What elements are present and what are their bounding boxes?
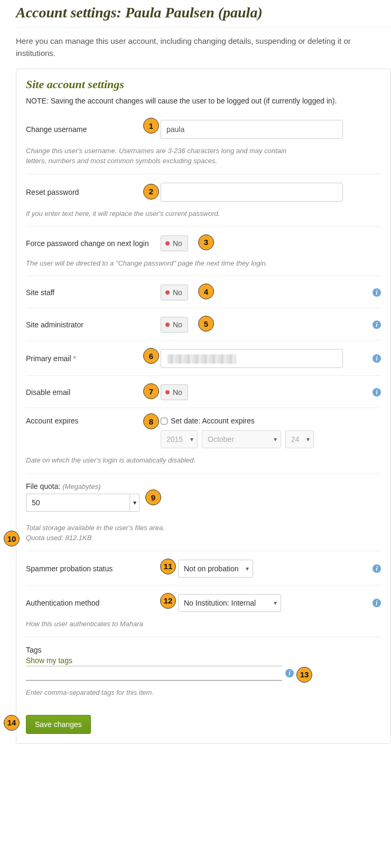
field-disable-email: 7 Disable email No i [26,375,381,408]
site-staff-value: No [173,288,182,297]
required-icon: * [73,354,76,363]
field-file-quota: 9 10 File quota: (Megabytes) ▾ Total sto… [26,473,381,551]
reset-password-label: Reset password [26,188,161,196]
site-staff-toggle[interactable]: No [161,285,188,300]
file-quota-input[interactable] [26,494,129,512]
tags-input[interactable] [26,666,282,681]
field-primary-email: 6 Primary email * i [26,340,381,375]
info-icon[interactable]: i [373,388,381,397]
toggle-off-icon [165,241,170,246]
expires-year-select[interactable]: 2015 [161,430,198,448]
field-reset-password: 2 Reset password If you enter text here,… [26,174,381,227]
toggle-off-icon [165,323,170,327]
file-quota-control[interactable]: ▾ [26,494,139,512]
field-tags: 13 Tags Show my tags i Enter comma-separ… [26,637,381,705]
disable-email-toggle[interactable]: No [161,384,188,400]
field-username: 1 Change username Change this user's use… [26,108,381,174]
field-spammer: 11 Spammer probation status Not on proba… [26,551,381,585]
username-label: Change username [26,125,161,134]
primary-email-label: Primary email * [26,354,161,363]
info-icon[interactable]: i [373,354,381,363]
page-intro: Here you can manage this user account, i… [16,35,391,59]
site-admin-label: Site administrator [26,320,161,329]
force-password-value: No [173,239,182,248]
reset-password-desc: If you enter text here, it will replace … [26,209,301,219]
force-password-toggle[interactable]: No [161,235,188,251]
callout-3: 3 [198,234,214,250]
info-icon[interactable]: i [373,564,381,573]
site-staff-label: Site staff [26,288,161,297]
field-force-password: 3 Force password change on next login No… [26,227,381,276]
file-quota-unit: (Megabytes) [62,483,100,490]
force-password-label: Force password change on next login [26,239,161,248]
spammer-label: Spammer probation status [26,564,178,573]
callout-11: 11 [160,559,176,574]
account-expires-checkbox[interactable] [161,418,167,424]
tags-desc: Enter comma-separated tags for this item… [26,688,301,698]
site-admin-value: No [173,320,182,329]
auth-method-select[interactable]: No Institution: Internal [178,594,281,612]
info-icon[interactable]: i [373,599,381,607]
field-site-staff: 4 Site staff No i [26,276,381,308]
file-quota-desc1: Total storage available in the user's fi… [26,523,301,533]
expires-day-select[interactable]: 24 [285,430,314,448]
page-title: Account settings: Paula Paulsen (paula) [16,4,391,28]
spammer-select[interactable]: Not on probation [178,560,253,578]
force-password-desc: The user will be directed to a "Change p… [26,259,301,269]
info-icon[interactable]: i [373,320,381,329]
reset-password-input[interactable] [161,183,343,202]
toggle-off-icon [165,290,170,295]
file-quota-label: File quota: [26,482,60,490]
disable-email-label: Disable email [26,388,161,397]
redacted-value [167,354,236,364]
field-account-expires: 8 Account expires Set date: Account expi… [26,408,381,473]
username-desc: Change this user's username. Usernames a… [26,146,301,166]
callout-12: 12 [160,593,176,609]
chevron-down-icon[interactable]: ▾ [129,494,139,512]
panel-note: NOTE: Saving the account changes will ca… [26,97,381,105]
account-expires-checkbox-label: Set date: Account expires [171,417,255,425]
disable-email-value: No [173,388,182,397]
show-my-tags-link[interactable]: Show my tags [26,656,72,665]
primary-email-input[interactable] [161,349,343,368]
info-icon[interactable]: i [285,669,294,677]
callout-1: 1 [143,118,159,134]
field-auth-method: 12 Authentication method No Institution:… [26,585,381,637]
auth-method-label: Authentication method [26,599,178,607]
settings-panel: Site account settings NOTE: Saving the a… [16,69,391,744]
toggle-off-icon [165,390,170,394]
auth-method-desc: How this user authenticates to Mahara [26,619,301,629]
save-changes-button[interactable]: Save changes [26,715,91,734]
expires-month-select[interactable]: October [202,430,281,448]
account-expires-desc: Date on which the user's login is automa… [26,456,301,466]
field-site-admin: 5 Site administrator No i [26,308,381,340]
account-expires-checkbox-row[interactable]: Set date: Account expires [161,417,255,425]
callout-13: 13 [296,667,312,683]
callout-14: 14 [4,715,20,731]
username-input[interactable] [161,120,343,139]
site-admin-toggle[interactable]: No [161,317,188,333]
tags-label: Tags [26,646,381,654]
info-icon[interactable]: i [373,288,381,297]
callout-9: 9 [145,489,161,505]
account-expires-label: Account expires [26,417,161,425]
panel-title: Site account settings [26,78,381,91]
callout-10: 10 [4,531,20,546]
file-quota-desc2: Quota used: 812.1KB [26,533,301,543]
callout-2: 2 [143,184,159,200]
